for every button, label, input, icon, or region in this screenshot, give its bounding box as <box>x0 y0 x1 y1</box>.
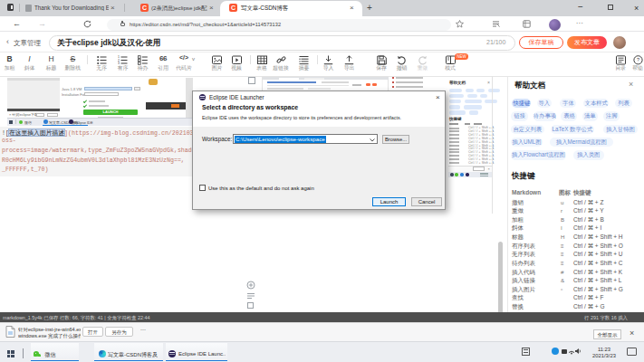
svg-text:?: ? <box>636 57 639 62</box>
